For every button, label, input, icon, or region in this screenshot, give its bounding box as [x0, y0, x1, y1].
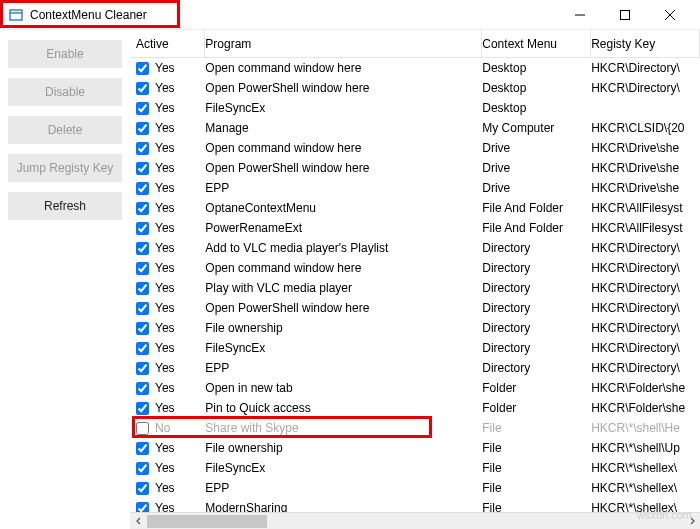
table-row[interactable]: YesPlay with VLC media playerDirectoryHK… — [130, 278, 700, 298]
cell-program: EPP — [205, 361, 482, 375]
active-checkbox[interactable] — [136, 422, 149, 435]
table-row[interactable]: Yes FileSyncExDirectoryHKCR\Directory\ — [130, 338, 700, 358]
active-label: Yes — [155, 441, 175, 455]
active-label: Yes — [155, 201, 175, 215]
active-checkbox[interactable] — [136, 362, 149, 375]
cell-context: File — [482, 461, 591, 475]
scroll-track[interactable] — [147, 513, 683, 530]
cell-program: Open in new tab — [205, 381, 482, 395]
table-row[interactable]: YesModernSharingFileHKCR\*\shellex\ — [130, 498, 700, 512]
cell-program: Manage — [205, 121, 482, 135]
active-label: No — [155, 421, 170, 435]
delete-button[interactable]: Delete — [8, 116, 122, 144]
cell-active: Yes — [136, 221, 205, 235]
maximize-button[interactable] — [602, 0, 647, 30]
cell-active: Yes — [136, 481, 205, 495]
active-checkbox[interactable] — [136, 222, 149, 235]
refresh-button[interactable]: Refresh — [8, 192, 122, 220]
cell-program: Open PowerShell window here — [205, 81, 482, 95]
horizontal-scrollbar[interactable] — [130, 512, 700, 529]
table-row[interactable]: YesOpen command window hereDesktopHKCR\D… — [130, 58, 700, 78]
table-row[interactable]: YesAdd to VLC media player's PlaylistDir… — [130, 238, 700, 258]
cell-active: Yes — [136, 361, 205, 375]
active-checkbox[interactable] — [136, 322, 149, 335]
cell-registry: HKCR\AllFilesyst — [591, 221, 700, 235]
scroll-thumb[interactable] — [147, 515, 267, 528]
cell-active: Yes — [136, 161, 205, 175]
active-label: Yes — [155, 341, 175, 355]
minimize-button[interactable] — [557, 0, 602, 30]
table-row[interactable]: YesPowerRenameExtFile And FolderHKCR\All… — [130, 218, 700, 238]
cell-registry: HKCR\*\shell\Up — [591, 441, 700, 455]
table-row[interactable]: YesOptaneContextMenuFile And FolderHKCR\… — [130, 198, 700, 218]
cell-program: EPP — [205, 181, 482, 195]
cell-active: Yes — [136, 401, 205, 415]
window-title: ContextMenu Cleaner — [30, 8, 147, 22]
active-checkbox[interactable] — [136, 102, 149, 115]
table-row[interactable]: YesPin to Quick accessFolderHKCR\Folder\… — [130, 398, 700, 418]
active-label: Yes — [155, 261, 175, 275]
table-row[interactable]: YesFile ownershipFileHKCR\*\shell\Up — [130, 438, 700, 458]
table-row[interactable]: YesOpen PowerShell window hereDirectoryH… — [130, 298, 700, 318]
table-row[interactable]: YesOpen PowerShell window hereDesktopHKC… — [130, 78, 700, 98]
table-row[interactable]: Yes FileSyncExFileHKCR\*\shellex\ — [130, 458, 700, 478]
scroll-right-arrow-icon[interactable] — [683, 513, 700, 530]
active-checkbox[interactable] — [136, 62, 149, 75]
table-row[interactable]: YesOpen command window hereDirectoryHKCR… — [130, 258, 700, 278]
table-row[interactable]: YesOpen PowerShell window hereDriveHKCR\… — [130, 158, 700, 178]
active-checkbox[interactable] — [136, 202, 149, 215]
cell-program: Share with Skype — [205, 421, 482, 435]
table-row[interactable]: YesFile ownershipDirectoryHKCR\Directory… — [130, 318, 700, 338]
table-row[interactable]: YesManageMy ComputerHKCR\CLSID\{20 — [130, 118, 700, 138]
active-checkbox[interactable] — [136, 162, 149, 175]
column-context[interactable]: Context Menu — [482, 30, 591, 57]
cell-context: Desktop — [482, 61, 591, 75]
cell-registry: HKCR\Directory\ — [591, 61, 700, 75]
column-registry[interactable]: Registy Key — [591, 30, 700, 57]
scroll-left-arrow-icon[interactable] — [130, 513, 147, 530]
cell-program: Add to VLC media player's Playlist — [205, 241, 482, 255]
cell-program: File ownership — [205, 321, 482, 335]
active-label: Yes — [155, 101, 175, 115]
table-body: YesOpen command window hereDesktopHKCR\D… — [130, 58, 700, 512]
active-checkbox[interactable] — [136, 182, 149, 195]
active-checkbox[interactable] — [136, 142, 149, 155]
active-label: Yes — [155, 501, 175, 512]
cell-registry: HKCR\Directory\ — [591, 301, 700, 315]
column-active[interactable]: Active — [136, 30, 205, 57]
active-checkbox[interactable] — [136, 82, 149, 95]
active-checkbox[interactable] — [136, 282, 149, 295]
active-checkbox[interactable] — [136, 242, 149, 255]
active-checkbox[interactable] — [136, 442, 149, 455]
table-row[interactable]: YesEPPFileHKCR\*\shellex\ — [130, 478, 700, 498]
active-checkbox[interactable] — [136, 502, 149, 513]
cell-context: Directory — [482, 281, 591, 295]
table-row[interactable]: NoShare with SkypeFileHKCR\*\shell\He — [130, 418, 700, 438]
jump-registry-key-button[interactable]: Jump Registy Key — [8, 154, 122, 182]
active-checkbox[interactable] — [136, 462, 149, 475]
active-checkbox[interactable] — [136, 342, 149, 355]
table-row[interactable]: Yes FileSyncExDesktop — [130, 98, 700, 118]
active-checkbox[interactable] — [136, 262, 149, 275]
table-row[interactable]: YesOpen in new tabFolderHKCR\Folder\she — [130, 378, 700, 398]
table-row[interactable]: YesEPPDriveHKCR\Drive\she — [130, 178, 700, 198]
active-checkbox[interactable] — [136, 122, 149, 135]
table-row[interactable]: YesOpen command window hereDriveHKCR\Dri… — [130, 138, 700, 158]
enable-button[interactable]: Enable — [8, 40, 122, 68]
cell-program: Open PowerShell window here — [205, 161, 482, 175]
cell-active: Yes — [136, 241, 205, 255]
cell-context: Drive — [482, 181, 591, 195]
active-checkbox[interactable] — [136, 482, 149, 495]
cell-registry: HKCR\*\shell\He — [591, 421, 700, 435]
disable-button[interactable]: Disable — [8, 78, 122, 106]
active-checkbox[interactable] — [136, 302, 149, 315]
cell-context: Drive — [482, 161, 591, 175]
cell-registry: HKCR\Directory\ — [591, 321, 700, 335]
close-button[interactable] — [647, 0, 692, 30]
active-checkbox[interactable] — [136, 382, 149, 395]
active-label: Yes — [155, 401, 175, 415]
cell-registry: HKCR\Directory\ — [591, 281, 700, 295]
active-checkbox[interactable] — [136, 402, 149, 415]
table-row[interactable]: YesEPPDirectoryHKCR\Directory\ — [130, 358, 700, 378]
column-program[interactable]: Program — [205, 30, 482, 57]
